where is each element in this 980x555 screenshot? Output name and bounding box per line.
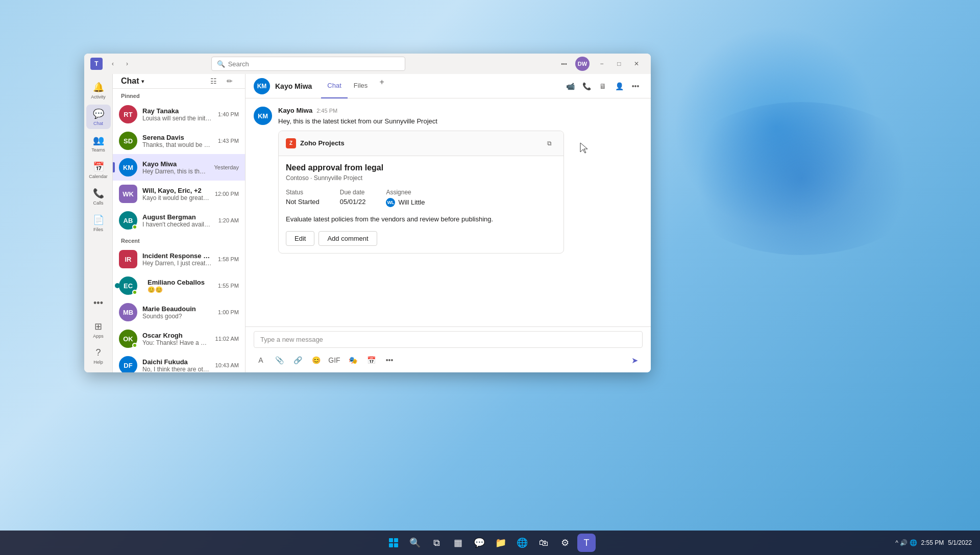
edit-button[interactable]: Edit — [286, 231, 314, 246]
activity-label: Activity — [91, 94, 106, 99]
new-chat-button[interactable]: ✏ — [223, 74, 237, 88]
meet-now-button[interactable]: 📅 — [364, 353, 378, 367]
screen-share-button[interactable]: 🖥 — [596, 79, 610, 93]
audio-call-button[interactable]: 📞 — [579, 79, 594, 93]
sidebar-item-calendar[interactable]: 📅 Calendar — [86, 158, 111, 182]
online-status-dot — [132, 290, 137, 295]
teams-window: T ‹ › 🔍 ••• DW − □ ✕ 🔔 Activity � — [84, 54, 651, 372]
add-comment-button[interactable]: Add comment — [318, 231, 377, 246]
chat-time: 1:40 PM — [218, 111, 239, 117]
chat-time: 1:55 PM — [218, 283, 239, 289]
taskbar-right: ^ 🔊 🌐 2:55 PM 5/1/2022 — [895, 539, 972, 546]
chat-taskbar-button[interactable]: 💬 — [470, 534, 488, 552]
emoji-button[interactable]: 😊 — [309, 353, 323, 367]
list-item[interactable]: KM Kayo Miwa Hey Darren, this is the lat… — [113, 154, 245, 181]
search-input[interactable] — [228, 60, 400, 68]
sidebar-item-files[interactable]: 📄 Files — [86, 211, 111, 235]
list-item[interactable]: DF Daichi Fukuda No, I think there are o… — [113, 352, 245, 372]
more-options-button[interactable]: ••• — [557, 57, 571, 71]
sidebar-item-help[interactable]: ? Help — [86, 344, 111, 368]
zoho-projects-card: Z Zoho Projects ⧉ Need approval from leg… — [278, 131, 564, 254]
send-button[interactable]: ➤ — [626, 352, 643, 368]
tab-chat[interactable]: Chat — [321, 74, 347, 98]
more-tools-button[interactable]: ••• — [382, 353, 397, 367]
message-content: Kayo Miwa 2:45 PM Hey, this is the lates… — [278, 107, 643, 254]
minimize-button[interactable]: − — [594, 58, 610, 70]
sidebar-item-apps[interactable]: ⊞ Apps — [86, 317, 111, 342]
attach-button[interactable]: 📎 — [272, 353, 286, 367]
sidebar-item-chat[interactable]: 💬 Chat — [86, 105, 111, 129]
chat-preview: You: Thanks! Have a nice weekend — [142, 339, 210, 346]
chat-list-panel: Chat ▾ ☷ ✏ Pinned RT Ray Tanaka Louisa w… — [113, 74, 246, 372]
help-icon: ? — [95, 347, 101, 358]
back-button[interactable]: ‹ — [107, 58, 119, 70]
task-actions: Edit Add comment — [286, 231, 556, 246]
settings-button[interactable]: ⚙ — [556, 534, 574, 552]
format-text-button[interactable]: A — [254, 353, 268, 367]
list-item[interactable]: SD Serena Davis Thanks, that would be ni… — [113, 128, 245, 154]
profile-button[interactable]: DW — [575, 57, 590, 71]
list-item[interactable]: OK Oscar Krogh You: Thanks! Have a nice … — [113, 325, 245, 352]
forward-button[interactable]: › — [121, 58, 133, 70]
explorer-button[interactable]: 📁 — [492, 534, 510, 552]
search-taskbar-button[interactable]: 🔍 — [406, 534, 424, 552]
add-people-button[interactable]: 👤 — [612, 79, 626, 93]
clock: 2:55 PM — [921, 539, 944, 546]
link-button[interactable]: 🔗 — [290, 353, 305, 367]
edge-button[interactable]: 🌐 — [513, 534, 531, 552]
sticker-button[interactable]: 🎭 — [346, 353, 360, 367]
sidebar-item-calls[interactable]: 📞 Calls — [86, 184, 111, 209]
zoho-card-body: Need approval from legal Contoso · Sunny… — [279, 156, 564, 254]
contact-name: Serena Davis — [142, 134, 213, 141]
sidebar-item-activity[interactable]: 🔔 Activity — [86, 78, 111, 103]
store-button[interactable]: 🛍 — [534, 534, 553, 552]
list-item[interactable]: RT Ray Tanaka Louisa will send the initi… — [113, 101, 245, 128]
video-call-button[interactable]: 📹 — [563, 79, 577, 93]
more-chat-options-button[interactable]: ••• — [628, 79, 643, 93]
teams-taskbar-button[interactable]: T — [577, 534, 596, 552]
svg-rect-0 — [389, 538, 393, 542]
card-expand-button[interactable]: ⧉ — [542, 136, 556, 150]
list-item[interactable]: EC Emiliano Ceballos 😊😊 1:55 PM — [113, 272, 245, 299]
filter-button[interactable]: ☷ — [206, 74, 220, 88]
message-input-area: Type a new message A 📎 🔗 😊 GIF 🎭 📅 ••• ➤ — [246, 326, 651, 372]
tab-files[interactable]: Files — [348, 74, 374, 98]
chat-preview: I haven't checked available times yet — [142, 221, 213, 228]
chat-main: KM Kayo Miwa Chat Files + 📹 📞 🖥 👤 ••• — [246, 74, 651, 372]
active-indicator — [113, 162, 115, 172]
title-bar-controls: ••• DW — [557, 57, 590, 71]
chat-preview: Thanks, that would be nice. — [142, 141, 213, 148]
chat-title: Chat ▾ — [121, 77, 144, 86]
more-icon: ••• — [93, 298, 103, 309]
due-date-value: 05/01/22 — [340, 198, 366, 206]
avatar: WK — [119, 185, 137, 203]
system-tray: ^ 🔊 🌐 — [895, 539, 917, 546]
sidebar-item-more[interactable]: ••• — [86, 291, 111, 315]
search-bar[interactable]: 🔍 — [211, 57, 405, 71]
sidebar-item-teams[interactable]: 👥 Teams — [86, 131, 111, 156]
list-item[interactable]: AB August Bergman I haven't checked avai… — [113, 207, 245, 234]
svg-rect-2 — [389, 543, 393, 547]
contact-name: Kayo Miwa — [142, 160, 209, 168]
help-label: Help — [93, 360, 103, 365]
message-input-box[interactable]: Type a new message — [254, 331, 643, 348]
close-button[interactable]: ✕ — [628, 58, 645, 70]
add-tab-button[interactable]: + — [374, 74, 390, 90]
assignee-label: Assignee — [386, 189, 425, 196]
taskbar-center: 🔍 ⧉ ▦ 💬 📁 🌐 🛍 ⚙ T — [384, 534, 596, 552]
sidebar-nav: 🔔 Activity 💬 Chat 👥 Teams 📅 Calendar 📞 C… — [84, 74, 113, 372]
message-avatar: KM — [254, 107, 272, 125]
status-field: Status Not Started — [286, 189, 320, 207]
files-icon: 📄 — [93, 214, 104, 225]
chat-info: Oscar Krogh You: Thanks! Have a nice wee… — [142, 332, 210, 346]
taskview-button[interactable]: ⧉ — [427, 534, 446, 552]
list-item[interactable]: IR Incident Response Team Hey Darren, I … — [113, 246, 245, 272]
start-button[interactable] — [384, 534, 403, 552]
widgets-button[interactable]: ▦ — [449, 534, 467, 552]
gif-button[interactable]: GIF — [327, 353, 341, 367]
pinned-label: Pinned — [113, 89, 245, 101]
maximize-button[interactable]: □ — [611, 58, 627, 70]
chat-time: 12:00 PM — [215, 191, 239, 197]
list-item[interactable]: WK Will, Kayo, Eric, +2 Kayo it would be… — [113, 181, 245, 207]
list-item[interactable]: MB Marie Beaudouin Sounds good? 1:00 PM — [113, 299, 245, 325]
